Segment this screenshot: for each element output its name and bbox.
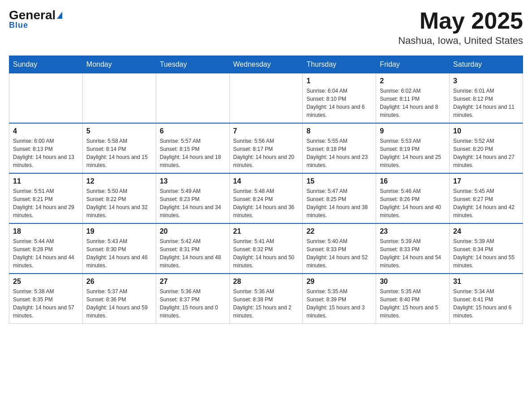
day-info: Sunrise: 5:44 AMSunset: 8:28 PMDaylight:… — [13, 237, 79, 270]
day-info: Sunrise: 5:35 AMSunset: 8:40 PMDaylight:… — [380, 287, 446, 320]
day-number: 12 — [86, 177, 152, 185]
day-info: Sunrise: 5:52 AMSunset: 8:20 PMDaylight:… — [453, 137, 519, 169]
day-number: 26 — [86, 278, 152, 286]
title-section: May 2025 Nashua, Iowa, United States — [398, 9, 523, 47]
calendar-day-cell: 19Sunrise: 5:43 AMSunset: 8:30 PMDayligh… — [82, 223, 156, 274]
day-number: 7 — [233, 127, 299, 135]
day-number: 16 — [380, 177, 446, 185]
calendar-day-cell: 12Sunrise: 5:50 AMSunset: 8:22 PMDayligh… — [82, 173, 156, 223]
logo-blue-text: Blue — [9, 21, 28, 30]
day-number: 18 — [13, 227, 79, 235]
calendar-day-cell — [229, 73, 303, 124]
calendar-week-row: 4Sunrise: 6:00 AMSunset: 8:13 PMDaylight… — [9, 123, 523, 173]
day-number: 31 — [453, 278, 519, 286]
calendar-day-cell: 22Sunrise: 5:40 AMSunset: 8:33 PMDayligh… — [303, 223, 376, 274]
day-number: 3 — [453, 77, 519, 85]
day-number: 21 — [233, 227, 299, 235]
calendar-day-cell: 1Sunrise: 6:04 AMSunset: 8:10 PMDaylight… — [303, 73, 376, 124]
day-number: 6 — [160, 127, 226, 135]
day-info: Sunrise: 5:47 AMSunset: 8:25 PMDaylight:… — [306, 187, 372, 219]
day-number: 2 — [380, 77, 446, 85]
day-info: Sunrise: 5:42 AMSunset: 8:31 PMDaylight:… — [160, 237, 226, 270]
day-info: Sunrise: 6:00 AMSunset: 8:13 PMDaylight:… — [13, 137, 79, 169]
day-info: Sunrise: 5:55 AMSunset: 8:18 PMDaylight:… — [306, 137, 372, 169]
day-info: Sunrise: 5:57 AMSunset: 8:15 PMDaylight:… — [160, 137, 226, 169]
day-info: Sunrise: 6:04 AMSunset: 8:10 PMDaylight:… — [306, 87, 372, 119]
day-info: Sunrise: 5:58 AMSunset: 8:14 PMDaylight:… — [86, 137, 152, 169]
calendar-day-cell: 3Sunrise: 6:01 AMSunset: 8:12 PMDaylight… — [450, 73, 523, 124]
day-number: 25 — [13, 278, 79, 286]
day-number: 29 — [306, 278, 372, 286]
calendar-day-cell: 8Sunrise: 5:55 AMSunset: 8:18 PMDaylight… — [303, 123, 376, 173]
day-number: 17 — [453, 177, 519, 185]
day-number: 22 — [306, 227, 372, 235]
day-info: Sunrise: 5:38 AMSunset: 8:35 PMDaylight:… — [13, 287, 79, 320]
day-number: 9 — [380, 127, 446, 135]
calendar-day-cell: 10Sunrise: 5:52 AMSunset: 8:20 PMDayligh… — [450, 123, 523, 173]
day-info: Sunrise: 5:50 AMSunset: 8:22 PMDaylight:… — [86, 187, 152, 219]
location-title: Nashua, Iowa, United States — [398, 35, 523, 47]
day-info: Sunrise: 5:51 AMSunset: 8:21 PMDaylight:… — [13, 187, 79, 219]
day-number: 20 — [160, 227, 226, 235]
day-info: Sunrise: 5:43 AMSunset: 8:30 PMDaylight:… — [86, 237, 152, 270]
day-number: 27 — [160, 278, 226, 286]
calendar-day-cell: 31Sunrise: 5:34 AMSunset: 8:41 PMDayligh… — [450, 274, 523, 324]
calendar-day-header: Friday — [376, 56, 450, 73]
calendar-day-header: Monday — [82, 56, 156, 73]
calendar-day-cell: 6Sunrise: 5:57 AMSunset: 8:15 PMDaylight… — [156, 123, 229, 173]
calendar-week-row: 1Sunrise: 6:04 AMSunset: 8:10 PMDaylight… — [9, 73, 523, 124]
day-number: 24 — [453, 227, 519, 235]
calendar-day-cell: 26Sunrise: 5:37 AMSunset: 8:36 PMDayligh… — [82, 274, 156, 324]
day-info: Sunrise: 5:36 AMSunset: 8:38 PMDaylight:… — [233, 287, 299, 320]
day-info: Sunrise: 5:56 AMSunset: 8:17 PMDaylight:… — [233, 137, 299, 169]
day-number: 4 — [13, 127, 79, 135]
month-title: May 2025 — [398, 9, 523, 32]
day-info: Sunrise: 5:39 AMSunset: 8:34 PMDaylight:… — [453, 237, 519, 270]
calendar-day-cell: 21Sunrise: 5:41 AMSunset: 8:32 PMDayligh… — [229, 223, 303, 274]
calendar-day-cell: 23Sunrise: 5:39 AMSunset: 8:33 PMDayligh… — [376, 223, 450, 274]
day-number: 13 — [160, 177, 226, 185]
calendar-day-cell: 5Sunrise: 5:58 AMSunset: 8:14 PMDaylight… — [82, 123, 156, 173]
day-info: Sunrise: 5:37 AMSunset: 8:36 PMDaylight:… — [86, 287, 152, 320]
day-number: 14 — [233, 177, 299, 185]
calendar-day-cell: 28Sunrise: 5:36 AMSunset: 8:38 PMDayligh… — [229, 274, 303, 324]
calendar-day-header: Saturday — [450, 56, 523, 73]
calendar-week-row: 25Sunrise: 5:38 AMSunset: 8:35 PMDayligh… — [9, 274, 523, 324]
calendar-day-cell — [156, 73, 229, 124]
day-number: 8 — [306, 127, 372, 135]
calendar-day-header: Tuesday — [156, 56, 229, 73]
day-number: 15 — [306, 177, 372, 185]
calendar-day-cell: 13Sunrise: 5:49 AMSunset: 8:23 PMDayligh… — [156, 173, 229, 223]
logo: General Blue — [9, 9, 62, 30]
calendar-day-cell: 16Sunrise: 5:46 AMSunset: 8:26 PMDayligh… — [376, 173, 450, 223]
day-number: 19 — [86, 227, 152, 235]
calendar-day-cell: 20Sunrise: 5:42 AMSunset: 8:31 PMDayligh… — [156, 223, 229, 274]
day-number: 11 — [13, 177, 79, 185]
day-info: Sunrise: 5:49 AMSunset: 8:23 PMDaylight:… — [160, 187, 226, 219]
day-info: Sunrise: 5:36 AMSunset: 8:37 PMDaylight:… — [160, 287, 226, 320]
day-info: Sunrise: 5:39 AMSunset: 8:33 PMDaylight:… — [380, 237, 446, 270]
day-info: Sunrise: 5:53 AMSunset: 8:19 PMDaylight:… — [380, 137, 446, 169]
calendar-day-cell: 14Sunrise: 5:48 AMSunset: 8:24 PMDayligh… — [229, 173, 303, 223]
calendar-day-cell: 24Sunrise: 5:39 AMSunset: 8:34 PMDayligh… — [450, 223, 523, 274]
calendar-day-cell: 25Sunrise: 5:38 AMSunset: 8:35 PMDayligh… — [9, 274, 83, 324]
calendar-header-row: SundayMondayTuesdayWednesdayThursdayFrid… — [9, 56, 523, 73]
day-number: 10 — [453, 127, 519, 135]
page-header: General Blue May 2025 Nashua, Iowa, Unit… — [9, 9, 523, 47]
day-number: 1 — [306, 77, 372, 85]
calendar-day-header: Thursday — [303, 56, 376, 73]
calendar-day-cell: 7Sunrise: 5:56 AMSunset: 8:17 PMDaylight… — [229, 123, 303, 173]
calendar-day-cell — [82, 73, 156, 124]
day-number: 23 — [380, 227, 446, 235]
day-info: Sunrise: 5:41 AMSunset: 8:32 PMDaylight:… — [233, 237, 299, 270]
calendar-week-row: 18Sunrise: 5:44 AMSunset: 8:28 PMDayligh… — [9, 223, 523, 274]
day-info: Sunrise: 5:35 AMSunset: 8:39 PMDaylight:… — [306, 287, 372, 320]
calendar-day-cell — [9, 73, 83, 124]
calendar-day-cell: 4Sunrise: 6:00 AMSunset: 8:13 PMDaylight… — [9, 123, 83, 173]
day-info: Sunrise: 6:01 AMSunset: 8:12 PMDaylight:… — [453, 87, 519, 119]
day-info: Sunrise: 5:40 AMSunset: 8:33 PMDaylight:… — [306, 237, 372, 270]
day-info: Sunrise: 5:48 AMSunset: 8:24 PMDaylight:… — [233, 187, 299, 219]
calendar-day-cell: 30Sunrise: 5:35 AMSunset: 8:40 PMDayligh… — [376, 274, 450, 324]
day-info: Sunrise: 6:02 AMSunset: 8:11 PMDaylight:… — [380, 87, 446, 119]
calendar-day-cell: 18Sunrise: 5:44 AMSunset: 8:28 PMDayligh… — [9, 223, 83, 274]
